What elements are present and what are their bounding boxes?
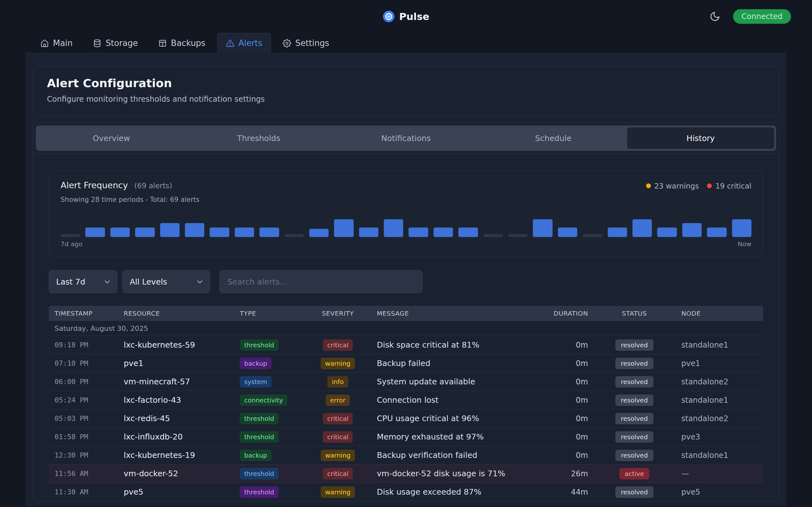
chart-bar-empty [508,234,527,237]
alert-severity-cell: warning [311,487,365,498]
chart-bar [259,228,279,237]
chart-bar-slot [85,228,105,237]
severity-badge: critical [323,431,353,443]
chart-bar-slot [61,234,80,237]
backups-icon [158,39,167,48]
gear-icon [283,39,291,48]
alert-row[interactable]: 09:18 PMlxc-kubernetes-59thresholdcritic… [49,336,763,354]
column-header-resource: RESOURCE [118,309,235,317]
legend-item: 23 warnings [646,182,699,190]
alert-resource: vm-minecraft-57 [118,377,235,386]
chart-bar [85,228,105,237]
alert-row[interactable]: 12:30 PMlxc-kubernetes-19backupwarningBa… [49,446,763,464]
chart-summary: Showing 28 time periods - Total: 69 aler… [61,196,751,204]
level-select[interactable]: All Levels [122,270,210,293]
chart-bar [458,228,478,237]
alert-node: standalone2 [676,414,763,423]
nav-item-label: Settings [295,38,329,48]
theme-toggle-button[interactable] [710,11,720,22]
alert-duration: 0m [542,396,593,405]
chart-bar [558,228,577,237]
legend-item: 19 critical [707,182,751,190]
alert-duration: 0m [542,433,593,441]
pulse-logo-icon [383,10,395,22]
alert-frequency-card: Alert Frequency (69 alerts) 23 warnings1… [49,170,763,257]
alert-resource: lxc-kubernetes-19 [118,451,235,460]
alert-config-container: OverviewThresholdsNotificationsScheduleH… [33,122,779,501]
chart-bar-empty [61,234,80,237]
type-badge: threshold [240,339,278,351]
connection-status-badge: Connected [733,9,791,24]
nav-item-storage[interactable]: Storage [84,33,147,53]
legend-dot-icon [646,183,651,188]
chart-bar-slot [185,223,204,237]
chart-bar-slot [707,228,726,237]
status-badge: resolved [615,431,653,443]
chart-bar-slot [632,219,652,237]
alert-row[interactable]: 01:58 PMlxc-influxdb-20thresholdcritical… [49,428,763,446]
chart-bar [235,228,254,237]
alert-severity-cell: critical [311,413,365,424]
nav-item-alerts[interactable]: Alerts [217,33,271,53]
column-header-type: TYPE [235,309,311,317]
alert-node: standalone1 [676,451,763,460]
alert-node: — [676,469,763,478]
alert-row[interactable]: 11:38 AMpve5thresholdwarningDisk usage e… [49,483,763,501]
alert-type-cell: system [235,376,311,388]
storage-icon [93,39,101,48]
status-badge: resolved [615,339,653,351]
alert-message: vm-docker-52 disk usage is 71% [365,469,542,478]
sub-tab-bar: OverviewThresholdsNotificationsScheduleH… [36,125,776,151]
tab-schedule[interactable]: Schedule [479,127,627,149]
nav-item-main[interactable]: Main [32,33,81,53]
search-input[interactable] [219,270,422,293]
alert-node: standalone2 [676,377,763,386]
table-header-row: TIMESTAMPRESOURCETYPESEVERITYMESSAGEDURA… [49,306,763,321]
tab-thresholds[interactable]: Thresholds [185,127,332,149]
alert-row[interactable]: 06:00 PMvm-minecraft-57systeminfoSystem … [49,372,763,391]
chart-bar-empty [583,234,602,237]
alert-duration: 0m [542,414,593,423]
alert-resource: lxc-factorio-43 [118,395,235,405]
type-badge: threshold [240,413,278,424]
severity-badge: error [326,395,350,406]
tab-overview[interactable]: Overview [38,127,185,149]
chart-bar [409,228,428,237]
type-badge: system [240,376,271,388]
chart-bar [707,228,726,237]
alert-node: pve1 [676,359,763,368]
alert-row[interactable]: 11:56 AMvm-docker-52thresholdcriticalvm-… [49,464,763,483]
alert-row[interactable]: 05:03 PMlxc-redis-45thresholdcriticalCPU… [49,409,763,428]
chart-bar [608,228,627,237]
severity-badge: critical [323,413,353,424]
chart-bar [384,219,403,237]
chart-bar-slot [334,219,353,237]
alert-severity-cell: warning [311,450,365,461]
alert-timestamp: 12:30 PM [49,451,118,459]
alert-message: System update available [365,377,542,386]
alert-row[interactable]: 05:24 PMlxc-factorio-43connectivityerror… [49,391,763,409]
tab-notifications[interactable]: Notifications [333,127,479,149]
time-range-select[interactable]: Last 7d [49,270,117,293]
nav-item-settings[interactable]: Settings [274,33,338,53]
column-header-duration: DURATION [542,309,593,317]
type-badge: backup [240,450,271,461]
chart-bar [135,228,154,237]
alert-type-cell: threshold [235,431,311,443]
alert-message: CPU usage critical at 96% [365,414,542,423]
alert-type-cell: backup [235,450,311,461]
alert-severity-cell: warning [311,358,365,369]
alert-status-cell: resolved [593,450,676,461]
chart-bar [732,219,751,237]
alert-type-cell: threshold [235,413,311,424]
nav-item-backups[interactable]: Backups [150,33,214,53]
alert-type-cell: threshold [235,468,311,480]
alert-row[interactable]: 07:10 PMpve1backupwarningBackup failed0m… [49,354,763,372]
tab-history[interactable]: History [627,127,774,149]
severity-badge: critical [323,468,353,480]
alert-message: Disk space critical at 81% [365,340,542,349]
chart-legend: 23 warnings19 critical [646,182,751,190]
time-range-value: Last 7d [56,277,85,286]
alert-severity-cell: critical [311,339,365,351]
alert-timestamp: 05:03 PM [49,414,118,422]
